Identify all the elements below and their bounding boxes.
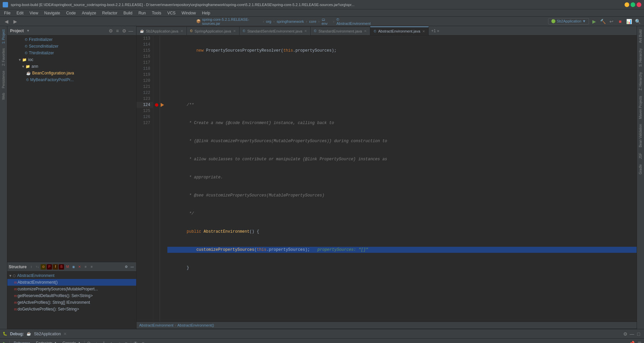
right-tool-maven[interactable]: Maven Projects bbox=[638, 94, 643, 121]
project-sync-btn[interactable]: ⚙ bbox=[108, 28, 113, 34]
debug-run-cursor[interactable]: ⤻ bbox=[115, 340, 122, 343]
rerun-button[interactable]: ↩ bbox=[608, 18, 615, 25]
struct-method-active[interactable]: m getActiveProfiles(): String[] IEnviron… bbox=[7, 299, 136, 306]
tab-close-icon[interactable]: ✕ bbox=[304, 29, 307, 33]
debug-session-close[interactable]: ✕ bbox=[63, 332, 67, 336]
tab-abstractenv[interactable]: © AbstractEnvironment.java ✕ bbox=[370, 26, 429, 35]
menu-edit[interactable]: Edit bbox=[14, 10, 26, 16]
right-tool-shierarchy[interactable]: S: Hierarchy bbox=[638, 46, 643, 69]
tab-close-icon[interactable]: ✕ bbox=[364, 29, 367, 33]
debug-eval[interactable]: ≈ bbox=[123, 340, 129, 343]
struct-btn-2[interactable]: ↑↓ bbox=[35, 264, 40, 270]
struct-settings[interactable]: ⚙ bbox=[123, 264, 129, 270]
back-button[interactable]: ◀ bbox=[3, 18, 10, 25]
debug-frames-list[interactable]: ≡ bbox=[140, 340, 147, 343]
menu-tools[interactable]: Tools bbox=[149, 10, 164, 16]
stop-button[interactable]: ■ bbox=[616, 18, 624, 25]
left-tool-web[interactable]: Web bbox=[1, 91, 6, 102]
menu-view[interactable]: View bbox=[27, 10, 41, 16]
bc-springframework[interactable]: springframework bbox=[277, 19, 304, 23]
debug-settings-btn[interactable]: ⚙ bbox=[623, 331, 628, 337]
struct-btn-3[interactable]: ⚙ bbox=[41, 264, 46, 270]
right-tool-jsf[interactable]: JSF bbox=[638, 151, 643, 161]
console-tab[interactable]: Console ↗ bbox=[60, 340, 83, 343]
bc-core[interactable]: core bbox=[309, 19, 316, 23]
tree-item-ioc[interactable]: ▼ 📁 ioc bbox=[7, 56, 136, 63]
search-everywhere-button[interactable]: 🔍 bbox=[634, 18, 641, 25]
debug-watches[interactable]: 👁 bbox=[132, 340, 139, 343]
struct-btn-7[interactable]: M bbox=[65, 264, 70, 270]
struct-root[interactable]: ▼ ⬡ AbstractEnvironment bbox=[7, 272, 136, 279]
debug-step-into[interactable]: ↓ bbox=[93, 340, 100, 343]
tab-standardservlet[interactable]: © StandardServletEnvironment.java ✕ bbox=[239, 26, 311, 35]
tree-item-ann[interactable]: ▼ 📁 ann bbox=[7, 63, 136, 70]
debug-pin[interactable]: 📌 bbox=[629, 340, 635, 343]
maximize-button[interactable] bbox=[631, 2, 635, 7]
tree-item-beanconfiguration[interactable]: ☕ BeanConfiguration.java bbox=[7, 70, 136, 76]
tree-item-mybeanfactory[interactable]: © MyBeanFactoryPostPr... bbox=[7, 76, 136, 83]
code-editor[interactable]: new PropertySourcesPropertyResolver(this… bbox=[165, 36, 637, 322]
menu-help[interactable]: Help bbox=[199, 10, 213, 16]
menu-vcs[interactable]: VCS bbox=[165, 10, 178, 16]
debug-session-label[interactable]: Sb2Application bbox=[34, 332, 61, 336]
left-tool-favorites[interactable]: 2: Favorites bbox=[1, 46, 6, 68]
tab-more-button[interactable]: +1 » bbox=[429, 26, 442, 35]
bc-org[interactable]: org bbox=[266, 19, 271, 23]
struct-btn-4[interactable]: P bbox=[47, 264, 52, 270]
debug-step-into2[interactable]: ⇓ bbox=[101, 340, 107, 343]
debug-layout[interactable]: ⊞ bbox=[636, 340, 643, 343]
debug-resume-btn[interactable]: ▶ bbox=[1, 340, 8, 343]
struct-btn-5[interactable]: f bbox=[53, 264, 58, 270]
struct-btn-9[interactable]: ✕ bbox=[77, 264, 82, 270]
editor-bc-class[interactable]: AbstractEnvironment bbox=[139, 323, 173, 327]
tab-sb2application[interactable]: ☕ Sb2Application.java ✕ bbox=[137, 26, 187, 35]
left-tool-persistence[interactable]: Persistence bbox=[1, 69, 6, 90]
debug-step-out[interactable]: ↑ bbox=[108, 340, 115, 343]
struct-btn-6[interactable]: B bbox=[59, 264, 64, 270]
menu-file[interactable]: File bbox=[1, 10, 13, 16]
right-tool-antbuild[interactable]: Ant Build bbox=[638, 27, 643, 45]
right-tool-beanval[interactable]: Bean Validation bbox=[638, 122, 643, 149]
tab-close-icon[interactable]: ✕ bbox=[180, 29, 183, 33]
tree-item-thirdinitializer[interactable]: © ThirdInitializer bbox=[7, 50, 136, 56]
struct-btn-11[interactable]: ≡ bbox=[89, 264, 94, 270]
struct-method-customize[interactable]: m customizePropertySources(MutableProper… bbox=[7, 286, 136, 292]
project-minimize-btn[interactable]: — bbox=[128, 28, 133, 34]
menu-window[interactable]: Window bbox=[179, 10, 199, 16]
editor-bc-method[interactable]: AbstractEnvironment() bbox=[177, 323, 214, 327]
menu-analyze[interactable]: Analyze bbox=[79, 10, 99, 16]
project-collapse-btn[interactable]: ≡ bbox=[115, 28, 120, 34]
struct-btn-1[interactable]: ↕ bbox=[29, 264, 34, 270]
tab-close-icon[interactable]: ✕ bbox=[233, 29, 236, 33]
menu-run[interactable]: Run bbox=[136, 10, 149, 16]
tree-item-firstinitializer[interactable]: © FirstInitializer bbox=[7, 36, 136, 43]
debugger-tab[interactable]: Debugger bbox=[11, 340, 33, 343]
forward-button[interactable]: ▶ bbox=[11, 18, 19, 25]
right-tool-gradle[interactable]: Gradle bbox=[638, 162, 643, 176]
struct-method-doget[interactable]: m doGetActiveProfiles(): Set<String> bbox=[7, 306, 136, 312]
bc-env[interactable]: 🗂 env bbox=[322, 17, 331, 25]
run-button[interactable]: ▶ bbox=[590, 18, 598, 25]
tab-springapplication[interactable]: © SpringApplication.java ✕ bbox=[187, 26, 239, 35]
struct-method-reserved[interactable]: m getReservedDefaultProfiles(): Set<Stri… bbox=[7, 292, 136, 299]
tree-item-secondinitializer[interactable]: © SecondInitializer bbox=[7, 43, 136, 50]
menu-build[interactable]: Build bbox=[121, 10, 135, 16]
debug-build-button[interactable]: 🔨 bbox=[599, 18, 606, 25]
bc-jar[interactable]: spring-core-5.2.1.RELEASE-sources.jar bbox=[202, 17, 261, 25]
menu-refactor[interactable]: Refactor bbox=[100, 10, 120, 16]
menu-code[interactable]: Code bbox=[63, 10, 78, 16]
struct-btn-10[interactable]: ≡ bbox=[83, 264, 88, 270]
right-tool-zhierarchy[interactable]: Z: Hierarchy bbox=[638, 70, 643, 92]
run-config-selector[interactable]: 🟢 Sb2Application ▼ bbox=[548, 18, 589, 24]
tab-standardenv[interactable]: © StandardEnvironment.java ✕ bbox=[311, 26, 370, 35]
debug-minimize-btn[interactable]: — bbox=[629, 331, 635, 337]
struct-btn-8[interactable]: ◉ bbox=[71, 264, 76, 270]
debug-expand-btn[interactable]: □ bbox=[636, 331, 641, 337]
project-dropdown-icon[interactable]: ▼ bbox=[26, 29, 30, 33]
endpoints-tab[interactable]: Endpoints ↗ bbox=[33, 340, 59, 343]
struct-minimize[interactable]: — bbox=[129, 264, 135, 270]
close-button[interactable] bbox=[637, 2, 641, 7]
coverage-button[interactable]: 📊 bbox=[625, 18, 633, 25]
menu-navigate[interactable]: Navigate bbox=[42, 10, 63, 16]
project-settings-btn[interactable]: ⚙ bbox=[121, 28, 127, 34]
